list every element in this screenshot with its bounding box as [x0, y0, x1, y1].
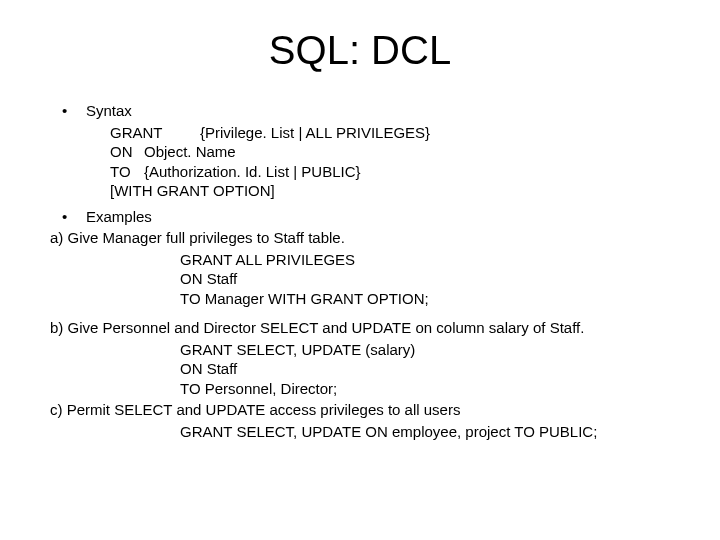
- slide-body: Syntax GRANT{Privilege. List | ALL PRIVI…: [50, 101, 670, 441]
- example-b-l3: TO Personnel, Director;: [180, 379, 670, 399]
- kw-grant: GRANT: [110, 123, 200, 143]
- syntax-grant: GRANT{Privilege. List | ALL PRIVILEGES}: [50, 123, 670, 143]
- example-a-code: GRANT ALL PRIVILEGES ON Staff TO Manager…: [50, 250, 670, 309]
- kw-on: ON: [110, 142, 144, 162]
- example-c-desc: c) Permit SELECT and UPDATE access privi…: [50, 400, 670, 420]
- slide-title: SQL: DCL: [50, 28, 670, 73]
- kw-to: TO: [110, 162, 144, 182]
- syntax-to: TO{Authorization. Id. List | PUBLIC}: [50, 162, 670, 182]
- syntax-with: [WITH GRANT OPTION]: [50, 181, 670, 201]
- example-a-l1: GRANT ALL PRIVILEGES: [180, 250, 670, 270]
- example-b-l1: GRANT SELECT, UPDATE (salary): [180, 340, 670, 360]
- example-c-l1: GRANT SELECT, UPDATE ON employee, projec…: [180, 422, 670, 442]
- syntax-on: ONObject. Name: [50, 142, 670, 162]
- example-b-code: GRANT SELECT, UPDATE (salary) ON Staff T…: [50, 340, 670, 399]
- slide: SQL: DCL Syntax GRANT{Privilege. List | …: [0, 0, 720, 540]
- args-to: {Authorization. Id. List | PUBLIC}: [144, 163, 361, 180]
- examples-heading: Examples: [50, 207, 670, 227]
- args-on: Object. Name: [144, 143, 236, 160]
- example-a-l2: ON Staff: [180, 269, 670, 289]
- example-b-desc: b) Give Personnel and Director SELECT an…: [50, 318, 670, 338]
- example-a-l3: TO Manager WITH GRANT OPTION;: [180, 289, 670, 309]
- syntax-heading: Syntax: [50, 101, 670, 121]
- example-a-desc: a) Give Manager full privileges to Staff…: [50, 228, 670, 248]
- example-b-l2: ON Staff: [180, 359, 670, 379]
- example-c-code: GRANT SELECT, UPDATE ON employee, projec…: [50, 422, 670, 442]
- args-grant: {Privilege. List | ALL PRIVILEGES}: [200, 124, 430, 141]
